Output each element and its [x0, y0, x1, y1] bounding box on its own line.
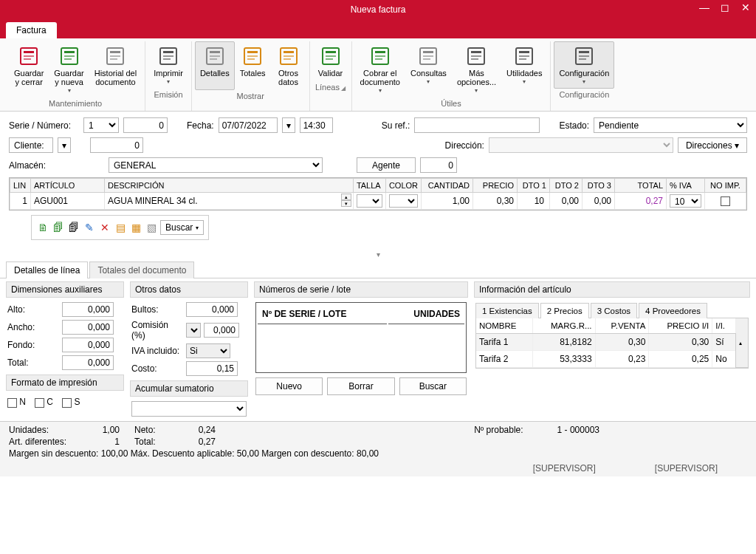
ribbon: Guardar y cerrarGuardar y nueva▾Historia…	[0, 38, 756, 112]
direcciones-button[interactable]: Direcciones ▾	[678, 137, 747, 153]
col-d2: DTO 2	[550, 179, 583, 193]
info-tab-costs[interactable]: 3 Costos	[591, 303, 637, 318]
serie-select[interactable]: 1	[83, 117, 119, 133]
alto-input[interactable]	[62, 302, 114, 317]
acum-select[interactable]	[131, 401, 247, 417]
hora-input[interactable]	[300, 117, 333, 133]
copy-line-icon[interactable]: 🗐	[67, 221, 80, 234]
info-tab-stock[interactable]: 1 Existencias	[475, 303, 539, 318]
new-line-icon[interactable]: 🗎	[36, 221, 49, 234]
agente-input[interactable]	[420, 157, 457, 173]
minimize-button[interactable]: —	[694, 0, 715, 15]
numero-input[interactable]	[123, 117, 168, 133]
maximize-button[interactable]: ◻	[715, 0, 735, 15]
svg-rect-35	[375, 58, 382, 60]
svg-rect-11	[110, 58, 117, 60]
col-d1: DTO 1	[518, 179, 550, 193]
ribbon-save-new[interactable]: Guardar y nueva▾	[49, 41, 89, 98]
ribbon-config[interactable]: Configuración▾	[554, 41, 614, 89]
tab-doc-totals[interactable]: Totales del documento	[89, 261, 194, 278]
lines-grid[interactable]: LIN ARTÍCULO DESCRIPCIÓN TALLA COLOR CAN…	[9, 177, 747, 211]
ribbon-details[interactable]: Detalles	[195, 41, 235, 90]
svg-rect-26	[284, 55, 294, 57]
almacen-select[interactable]: GENERAL	[109, 157, 323, 173]
info-row[interactable]: Tarifa 1 81,8182 0,30 0,30 Sí	[476, 334, 748, 351]
info-tab-prices[interactable]: 2 Precios	[540, 303, 589, 318]
svg-rect-34	[375, 55, 385, 57]
iva-select[interactable]: Si	[186, 343, 230, 358]
close-button[interactable]: ✕	[735, 0, 756, 15]
ribbon-charge[interactable]: Cobrar el documento▾	[355, 41, 405, 98]
chevron-down-icon: ▾	[583, 78, 585, 85]
noimp-checkbox[interactable]	[721, 196, 730, 206]
details-icon	[204, 45, 226, 67]
svg-rect-3	[24, 58, 31, 60]
line-search-button[interactable]: Buscar▾	[160, 220, 204, 235]
ribbon-other-data[interactable]: Otros datos	[271, 41, 306, 90]
ribbon-doc-history[interactable]: Historial del documento	[89, 41, 142, 98]
comision-input[interactable]	[204, 323, 239, 338]
svg-rect-9	[110, 51, 120, 53]
line-toolbar: 🗎 🗐 🗐 ✎ ✕ ▤ ▦ ▧ Buscar▾	[31, 215, 209, 240]
info-scrollbar[interactable]: ▴	[736, 318, 748, 368]
costo-input[interactable]	[186, 361, 238, 376]
totals-icon	[241, 45, 264, 67]
ribbon-save-close[interactable]: Guardar y cerrar	[9, 41, 49, 98]
panel-dimensions: Dimensiones auxiliares Alto: Ancho: Fond…	[6, 281, 124, 418]
direccion-select	[489, 137, 673, 153]
ancho-input[interactable]	[62, 320, 114, 335]
delete-line-icon[interactable]: ✕	[98, 221, 111, 234]
utils-icon	[513, 45, 535, 67]
bultos-input[interactable]	[186, 302, 238, 317]
svg-rect-1	[24, 51, 34, 53]
properties-icon[interactable]: ▦	[129, 221, 142, 234]
charge-icon	[369, 45, 391, 67]
total-input[interactable]	[62, 355, 114, 370]
status-user-1: [SUPERVISOR]	[533, 463, 596, 473]
cliente-button[interactable]: Cliente:	[9, 137, 53, 153]
fmt-s[interactable]: S	[62, 397, 80, 407]
ribbon-totals[interactable]: Totales	[235, 41, 271, 90]
almacen-label: Almacén:	[9, 160, 79, 171]
tab-line-details[interactable]: Detalles de línea	[6, 261, 88, 278]
svg-rect-45	[519, 51, 529, 53]
cliente-dropdown[interactable]: ▾	[58, 137, 71, 153]
footer: Unidades:1,00 Neto:0,24 Nº probable:1 - …	[0, 421, 756, 476]
ribbon-utils[interactable]: Utilidades▾	[501, 41, 547, 98]
svg-rect-47	[519, 58, 526, 60]
svg-rect-39	[423, 58, 430, 60]
info-row[interactable]: Tarifa 2 53,3333 0,23 0,25 No	[476, 351, 748, 368]
cliente-input[interactable]	[90, 137, 143, 153]
fmt-n[interactable]: N	[7, 397, 26, 407]
insert-line-icon[interactable]: 🗐	[52, 221, 65, 234]
ribbon-more[interactable]: Más opciones...▾	[452, 41, 501, 98]
serial-delete-button[interactable]: Borrar	[327, 377, 394, 395]
fondo-input[interactable]	[62, 338, 114, 352]
serial-search-button[interactable]: Buscar	[399, 377, 467, 395]
info-tab-suppliers[interactable]: 4 Proveedores	[639, 303, 707, 318]
window-title: Nueva factura	[351, 4, 406, 15]
fecha-input[interactable]	[219, 117, 278, 133]
svg-rect-2	[24, 55, 34, 57]
svg-rect-49	[579, 51, 589, 53]
save-close-icon	[18, 45, 40, 67]
table-row[interactable]: 1AGU001AGUA MINERAL 34 cl.▴▾1,000,30100,…	[10, 193, 746, 210]
note-line-icon[interactable]: ▤	[114, 221, 127, 234]
estado-select[interactable]: Pendiente	[594, 117, 747, 133]
suref-input[interactable]	[414, 117, 540, 133]
comision-select[interactable]	[186, 323, 201, 338]
ribbon-validate[interactable]: Validar	[313, 41, 348, 81]
fecha-picker-button[interactable]: ▾	[282, 117, 295, 133]
fmt-c[interactable]: C	[35, 397, 53, 407]
svg-rect-6	[64, 55, 75, 57]
ribbon-print[interactable]: Imprimir▾	[148, 41, 188, 89]
ribbon-queries[interactable]: Consultas▾	[405, 41, 452, 98]
tab-factura[interactable]: Factura	[6, 22, 57, 38]
agente-button[interactable]: Agente	[357, 157, 416, 173]
serial-new-button[interactable]: Nuevo	[255, 377, 323, 395]
splitter[interactable]: ▾	[0, 250, 756, 261]
chevron-down-icon: ▾	[475, 87, 478, 94]
image-icon[interactable]: ▧	[145, 221, 158, 234]
edit-line-icon[interactable]: ✎	[83, 221, 96, 234]
panel-other-data: Otros datos Bultos: Comisión (%) IVA inc…	[130, 281, 248, 418]
